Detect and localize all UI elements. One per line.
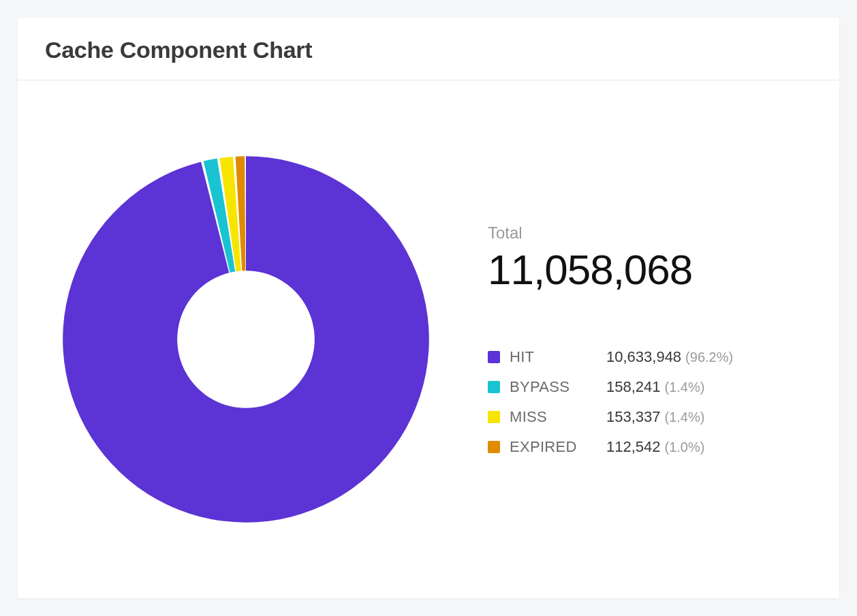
donut-chart [45, 138, 447, 540]
legend-swatch [488, 411, 500, 423]
legend-percent: (1.4%) [665, 380, 705, 395]
legend-percent: (1.4%) [665, 410, 705, 425]
legend-swatch [488, 351, 500, 363]
legend-value: 10,633,948 [606, 348, 681, 365]
legend-value-cell: 158,241(1.4%) [606, 378, 812, 396]
card-title: Cache Component Chart [45, 37, 812, 63]
card-body: Total 11,058,068 HIT10,633,948(96.2%)BYP… [18, 80, 839, 598]
stats-panel: Total 11,058,068 HIT10,633,948(96.2%)BYP… [447, 224, 812, 456]
total-label: Total [488, 224, 812, 243]
donut-svg [55, 149, 437, 530]
legend-name: HIT [510, 348, 598, 366]
legend-value-cell: 112,542(1.0%) [606, 438, 812, 456]
legend-name: BYPASS [510, 378, 598, 396]
chart-card: Cache Component Chart Total 11,058,068 H… [18, 18, 839, 598]
legend-value: 112,542 [606, 438, 661, 455]
donut-slice-hit [63, 156, 429, 523]
legend-swatch [488, 381, 500, 393]
legend-swatch [488, 441, 500, 453]
legend-value-cell: 153,337(1.4%) [606, 408, 812, 426]
legend-value: 153,337 [606, 408, 661, 425]
legend-percent: (1.0%) [665, 440, 705, 455]
legend-percent: (96.2%) [685, 350, 733, 365]
card-header: Cache Component Chart [18, 18, 839, 80]
legend-name: MISS [510, 408, 598, 426]
legend-value: 158,241 [606, 378, 661, 395]
legend-name: EXPIRED [510, 438, 598, 456]
legend: HIT10,633,948(96.2%)BYPASS158,241(1.4%)M… [488, 348, 812, 456]
total-value: 11,058,068 [488, 245, 812, 294]
legend-value-cell: 10,633,948(96.2%) [606, 348, 812, 366]
